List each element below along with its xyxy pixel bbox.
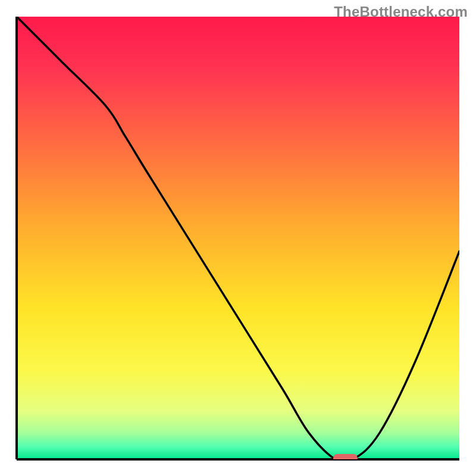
chart-frame: TheBottleneck.com <box>0 0 476 476</box>
watermark-text: TheBottleneck.com <box>334 4 468 20</box>
bottleneck-chart-svg <box>0 0 476 476</box>
optimal-marker <box>333 454 358 462</box>
